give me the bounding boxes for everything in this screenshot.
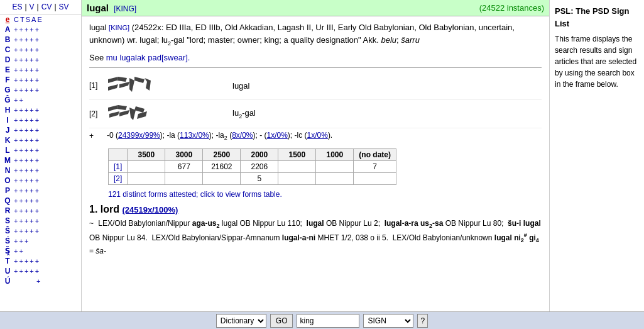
sidebar-row-t: T + + + + + (0, 256, 81, 266)
sidebar-row-i: I + + + + + (0, 115, 81, 125)
sign-image-2 (107, 103, 232, 125)
entry-word: lugal (87, 3, 109, 13)
sidebar-row-u: U + + + + + (0, 266, 81, 276)
sidebar-row-h: H + + + + + (0, 105, 81, 115)
sidebar-row-j: J + + + + + (0, 125, 81, 135)
sign-table: [1] lugal (89, 72, 542, 143)
go-button[interactable]: GO (270, 314, 293, 328)
search-input[interactable] (297, 314, 359, 328)
att-col-3000: 3000 (165, 149, 203, 161)
att-cell-1-1000 (316, 161, 354, 173)
sidebar-row-p: P + + + + + (0, 186, 81, 196)
sidebar-header-row: e C T S A E (0, 14, 81, 25)
att-col-3500: 3500 (128, 149, 165, 161)
svg-marker-13 (137, 111, 147, 119)
pct-link-5[interactable]: 1x/0% (307, 131, 328, 140)
forms-link[interactable]: 121 distinct forms attested; click to vi… (108, 190, 542, 199)
col-c: C (14, 16, 19, 23)
col-t: T (20, 16, 25, 23)
sidebar-row-r: R + + + + + (0, 206, 81, 216)
att-col-2500: 2500 (203, 149, 241, 161)
svg-marker-0 (108, 77, 118, 83)
svg-marker-5 (134, 77, 145, 83)
see-line: See mu lugalak pad[swear]. (89, 52, 542, 64)
sidebar-top-links: ES | V | CV | SV (0, 0, 81, 14)
sidebar: ES | V | CV | SV e C T S A E A + + + + +… (0, 0, 82, 329)
att-cell-2-1000 (316, 173, 354, 185)
plus-symbol: + (89, 131, 107, 140)
pct-link-1[interactable]: 24399x/99% (118, 131, 160, 140)
sidebar-row-b: B + + + + + (0, 35, 81, 45)
att-col-2000: 2000 (241, 149, 278, 161)
att-row-1: [1] 677 21602 2206 7 (109, 161, 396, 173)
pct-link-4[interactable]: 1x/0% (267, 131, 288, 140)
sidebar-row-d: D + + + + + (0, 55, 81, 65)
att-cell-1-2500: 21602 (203, 161, 241, 173)
entry-count: (24522 instances) (479, 3, 544, 13)
entry-tag: [KING] (114, 4, 136, 13)
att-cell-1-2000: 2206 (241, 161, 278, 173)
att-cell-2-3000 (165, 173, 203, 185)
att-row-label-1[interactable]: [1] (109, 161, 128, 173)
definition-text: lugal [KING] (24522x: ED IIIa, ED IIIb, … (89, 23, 515, 45)
att-cell-1-3500 (128, 161, 165, 173)
cv-link[interactable]: CV (41, 3, 52, 11)
right-panel-title: PSL: The PSD Sign List (555, 5, 639, 30)
entry-title: lugal [KING] (87, 3, 136, 13)
att-cell-2-nodate (354, 173, 396, 185)
att-cell-2-2000: 5 (241, 173, 278, 185)
sidebar-row-s: S + + + + + (0, 216, 81, 226)
cuneiform-sign-2 (107, 103, 157, 125)
att-cell-2-2500 (203, 173, 241, 185)
entry-definition: lugal [KING] (24522x: ED IIIa, ED IIIb, … (89, 21, 542, 48)
dictionary-select-wrap: Dictionary (216, 314, 266, 328)
sidebar-row-sh: Š + + + + + (0, 226, 81, 236)
att-cell-2-1500 (278, 173, 316, 185)
es-link[interactable]: ES (12, 3, 22, 11)
sign-name-1: lugal (232, 81, 249, 91)
dictionary-select[interactable]: Dictionary (216, 314, 266, 328)
sidebar-row-q: Q + + + + + (0, 196, 81, 206)
v-link[interactable]: V (30, 3, 35, 11)
svg-marker-9 (109, 111, 119, 118)
att-row-2: [2] 5 (109, 173, 396, 185)
svg-marker-6 (145, 78, 151, 91)
att-cell-1-3000: 677 (165, 161, 203, 173)
help-button[interactable]: ? (417, 314, 428, 328)
cuneiform-sign-1 (107, 74, 157, 97)
sign-num-2: [2] (89, 109, 107, 118)
right-panel-description: This frame displays the search results a… (555, 33, 639, 90)
sidebar-row-l: L + + + + + (0, 145, 81, 155)
sv-link[interactable]: SV (59, 3, 69, 11)
svg-marker-7 (108, 105, 118, 111)
sign-image-1 (107, 74, 232, 97)
header-letter-e[interactable]: e (3, 15, 13, 24)
svg-marker-2 (119, 82, 129, 88)
sidebar-row-u-accent: Ú + (0, 276, 81, 286)
sidebar-row-o: O + + + + + (0, 176, 81, 186)
col-a: A (31, 16, 36, 23)
pct-link-3[interactable]: 8x/0% (232, 131, 253, 140)
right-panel: PSL: The PSD Sign List This frame displa… (550, 0, 644, 329)
sidebar-row-sacute: Ś + + + (0, 236, 81, 246)
see-link[interactable]: mu lugalak pad[swear]. (106, 53, 190, 62)
divider-1 (89, 67, 542, 68)
sign-row-1: [1] lugal (89, 72, 542, 100)
att-col-empty (109, 149, 128, 161)
att-row-label-2[interactable]: [2] (109, 173, 128, 185)
plus-row: + -0 (24399x/99%); -la (113x/0%); -la2 (… (89, 128, 542, 143)
sidebar-row-k: K + + + + + (0, 135, 81, 145)
svg-marker-1 (117, 77, 127, 82)
sidebar-row-n: N + + + + + (0, 165, 81, 176)
svg-marker-8 (117, 105, 127, 110)
sidebar-row-c: C + + + + + (0, 45, 81, 55)
pct-link-2[interactable]: 113x/0% (180, 131, 209, 140)
entry-body: lugal [KING] (24522x: ED IIIa, ED IIIb, … (82, 16, 549, 262)
entry-header: lugal [KING] (24522 instances) (82, 0, 549, 16)
sign-name-2: lu2-gal (232, 108, 256, 120)
sign-select[interactable]: SIGN (363, 314, 413, 328)
sense-count-link[interactable]: (24519x/100%) (122, 205, 178, 215)
sign-row-2: [2] lu2-gal (89, 100, 542, 128)
see-text: See (89, 53, 106, 62)
att-cell-2-3500 (128, 173, 165, 185)
